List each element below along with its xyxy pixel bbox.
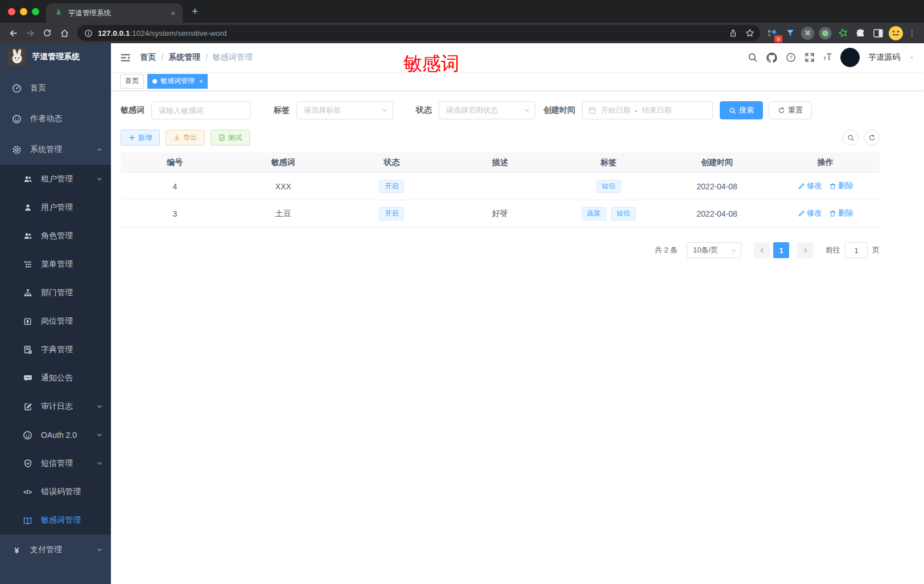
sidebar-item-system[interactable]: 系统管理 xyxy=(0,134,111,165)
search-button[interactable]: 搜索 xyxy=(720,101,763,119)
goto-page-input[interactable] xyxy=(845,242,868,258)
url-text[interactable]: 127.0.0.1:1024/system/sensitive-word xyxy=(98,29,721,38)
sidebar-item-label: 菜单管理 xyxy=(41,259,103,270)
sidebar-item-home[interactable]: 首页 xyxy=(0,73,111,103)
forward-icon[interactable] xyxy=(22,25,39,41)
side-panel-icon[interactable] xyxy=(869,25,887,41)
edit-link[interactable]: 修改 xyxy=(798,208,822,218)
next-page-button[interactable] xyxy=(797,242,813,258)
fullscreen-icon[interactable] xyxy=(805,52,815,63)
cell-created: 2022-04-08 xyxy=(663,200,772,227)
keyword-input[interactable] xyxy=(152,102,250,119)
roles-icon xyxy=(23,231,32,241)
chevron-down-icon xyxy=(96,403,103,410)
bookmark-star-icon[interactable] xyxy=(745,28,754,38)
sidebar-item-posts[interactable]: 岗位管理 xyxy=(0,307,111,336)
new-tab-button[interactable]: + xyxy=(183,3,198,23)
sidebar-item-author-feed[interactable]: 作者动态 xyxy=(0,103,111,134)
table-right-tools xyxy=(843,130,880,146)
sidebar-item-sensitive-words[interactable]: 敏感词管理 xyxy=(0,506,111,535)
extensions-puzzle-icon[interactable] xyxy=(852,25,869,41)
sidebar-item-announcements[interactable]: 通知公告 xyxy=(0,364,111,392)
tag-select[interactable]: 请选择标签 xyxy=(296,101,393,119)
browser-tab[interactable]: 芋道管理系统 × xyxy=(46,3,183,23)
help-icon[interactable]: ? xyxy=(786,52,796,63)
sidebar-item-sms[interactable]: 短信管理 xyxy=(0,449,111,478)
close-tag-icon[interactable]: × xyxy=(199,78,203,85)
delete-link[interactable]: 删除 xyxy=(829,181,853,191)
command-glyph: ⌘ xyxy=(801,27,814,40)
tag-view-label: 敏感词管理 xyxy=(160,76,195,86)
sidebar-item-departments[interactable]: 部门管理 xyxy=(0,279,111,307)
reload-icon[interactable] xyxy=(39,25,56,41)
sidebar-item-error-codes[interactable]: </> 错误码管理 xyxy=(0,478,111,506)
refresh-icon xyxy=(778,107,785,114)
sidebar-item-label: 短信管理 xyxy=(41,458,96,469)
profile-avatar-emoji[interactable] xyxy=(887,25,905,41)
browser-menu-icon[interactable]: ⋮ xyxy=(905,28,919,38)
close-tab-icon[interactable]: × xyxy=(169,9,177,18)
status-select[interactable]: 请选择启用状态 xyxy=(439,101,535,119)
cell-actions: 修改 删除 xyxy=(771,200,880,227)
extension-grid-icon[interactable]: 9 xyxy=(764,25,781,41)
trash-icon xyxy=(829,210,836,217)
page-size-select[interactable]: 10条/页 xyxy=(687,242,741,258)
sidebar-item-payments[interactable]: ¥ 支付管理 xyxy=(0,535,111,565)
sidebar-item-dictionary[interactable]: 字典管理 xyxy=(0,336,111,364)
search-icon[interactable] xyxy=(748,52,758,63)
tag-badge: 蔬菜 xyxy=(581,207,607,221)
prev-page-button[interactable] xyxy=(754,242,770,258)
search-toggle-icon[interactable] xyxy=(843,130,859,146)
author-feed-icon xyxy=(12,114,22,124)
sidebar-item-roles[interactable]: 角色管理 xyxy=(0,222,111,250)
tag-badge: 短信 xyxy=(611,207,636,221)
browser-tabstrip: 芋道管理系统 × + xyxy=(0,0,924,23)
breadcrumb-home[interactable]: 首页 xyxy=(140,52,156,63)
extension-record-icon[interactable] xyxy=(816,25,834,41)
sidebar-item-tenants[interactable]: 租户管理 xyxy=(0,165,111,193)
share-icon[interactable] xyxy=(729,29,737,38)
breadcrumb-system[interactable]: 系统管理 xyxy=(168,52,200,63)
page-number-button[interactable]: 1 xyxy=(773,242,789,258)
add-button[interactable]: 新增 xyxy=(121,130,160,146)
font-size-icon[interactable]: тT xyxy=(823,53,832,62)
chevron-down-icon xyxy=(96,460,103,467)
delete-link[interactable]: 删除 xyxy=(829,208,853,218)
tag-view-home[interactable]: 首页 xyxy=(120,74,144,89)
sidebar-item-oauth[interactable]: OAuth 2.0 xyxy=(0,421,111,449)
close-window-button[interactable] xyxy=(8,8,15,15)
edit-link[interactable]: 修改 xyxy=(798,181,822,191)
extension-green-star-icon[interactable] xyxy=(834,25,852,41)
reset-button[interactable]: 重置 xyxy=(769,101,812,119)
macos-window-controls[interactable] xyxy=(0,8,46,23)
sidebar-item-audit-log[interactable]: 审计日志 xyxy=(0,392,111,421)
caret-down-icon[interactable] xyxy=(909,55,915,61)
date-range-picker[interactable]: 开始日期 - 结束日期 xyxy=(582,101,713,119)
test-button[interactable]: 测试 xyxy=(211,130,250,146)
announcement-icon xyxy=(23,374,32,383)
sidebar-item-menus[interactable]: 菜单管理 xyxy=(0,250,111,279)
sidebar-logo-row[interactable]: 芋道管理系统 xyxy=(0,43,111,71)
sidebar-item-label: OAuth 2.0 xyxy=(41,430,96,440)
tag-view-sensitive-words[interactable]: 敏感词管理 × xyxy=(147,74,208,89)
sidebar-collapse-icon[interactable] xyxy=(120,52,131,63)
download-icon xyxy=(174,134,180,141)
minimize-window-button[interactable] xyxy=(20,8,27,15)
user-avatar[interactable] xyxy=(840,48,860,67)
export-button[interactable]: 导出 xyxy=(166,130,205,146)
site-info-icon[interactable] xyxy=(84,29,93,38)
refresh-icon[interactable] xyxy=(864,130,880,146)
extension-funnel-icon[interactable] xyxy=(781,25,799,41)
sidebar-item-label: 错误码管理 xyxy=(41,487,103,497)
back-icon[interactable] xyxy=(5,25,22,41)
search-button-label: 搜索 xyxy=(739,105,754,115)
zoom-window-button[interactable] xyxy=(32,8,39,15)
home-icon[interactable] xyxy=(56,25,73,41)
extension-command-icon[interactable]: ⌘ xyxy=(799,25,816,41)
sidebar-item-users[interactable]: 用户管理 xyxy=(0,193,111,222)
chevron-down-icon xyxy=(96,176,103,183)
page-content: 敏感词 标签 请选择标签 状态 请选择启用状态 创建时间 xyxy=(111,91,924,584)
github-icon[interactable] xyxy=(766,52,777,63)
url-bar[interactable]: 127.0.0.1:1024/system/sensitive-word xyxy=(77,25,760,41)
status-select-placeholder: 请选择启用状态 xyxy=(446,105,498,115)
